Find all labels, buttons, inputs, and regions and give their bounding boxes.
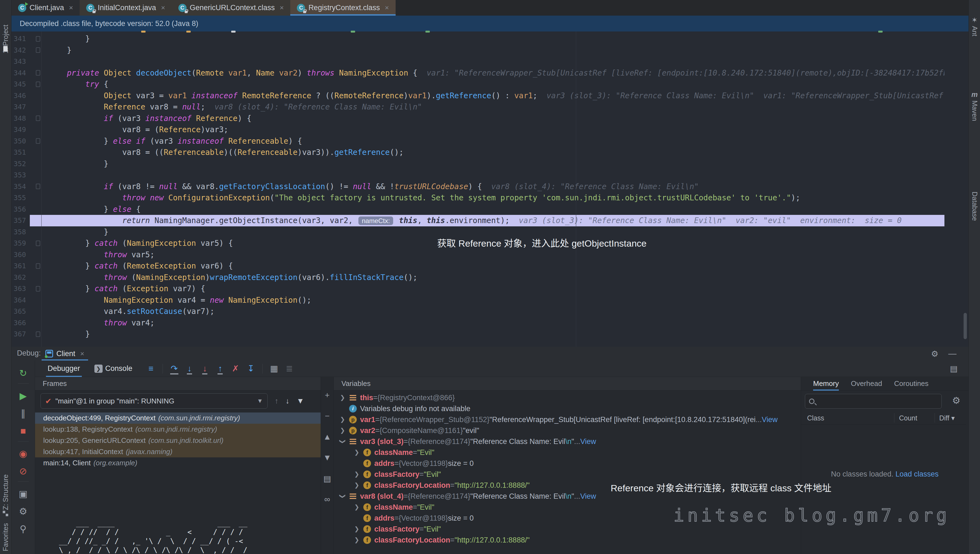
line-number[interactable]: 358 bbox=[11, 226, 30, 238]
editor-tab-GenericURLContext.class[interactable]: CGenericURLContext.class× bbox=[172, 0, 291, 16]
tab-coroutines[interactable]: Coroutines bbox=[894, 377, 929, 391]
expand-chevron-icon[interactable]: ❯ bbox=[337, 394, 347, 401]
collapse-icon[interactable]: − bbox=[325, 411, 330, 432]
run-to-cursor-icon[interactable]: ↧ bbox=[243, 363, 259, 374]
memory-settings-icon[interactable]: ⚙ bbox=[952, 395, 960, 406]
line-number[interactable]: 360 bbox=[11, 249, 30, 261]
expand-chevron-icon[interactable]: ❯ bbox=[337, 416, 347, 423]
settings-icon[interactable]: ⚙ bbox=[11, 503, 35, 520]
code-editor[interactable]: 341 }342 }343344 private Object decodeOb… bbox=[11, 32, 969, 347]
line-number[interactable]: 364 bbox=[11, 295, 30, 306]
expand-chevron-icon[interactable]: ❯ bbox=[352, 471, 362, 478]
line-number[interactable]: 363 bbox=[11, 283, 30, 295]
fold-gutter[interactable] bbox=[30, 33, 46, 45]
line-number[interactable]: 362 bbox=[11, 272, 30, 283]
tab-memory[interactable]: Memory bbox=[813, 377, 839, 391]
ant-tool-button[interactable]: ✶ Ant bbox=[969, 16, 980, 38]
variable-row[interactable]: ❯pvar2 = {CompositeName@1161} "evil" bbox=[334, 425, 801, 436]
favorites-tool-button[interactable]: Favorites bbox=[2, 523, 10, 551]
step-out-icon[interactable]: ↑ bbox=[213, 364, 228, 374]
fold-gutter[interactable] bbox=[30, 135, 46, 147]
layout-settings-icon[interactable]: ▤ bbox=[950, 364, 958, 373]
line-number[interactable]: 361 bbox=[11, 260, 30, 272]
view-link[interactable]: View bbox=[762, 416, 778, 424]
infinity-icon[interactable]: ∞ bbox=[324, 495, 330, 516]
variable-row[interactable]: ❯fclassFactoryLocation = "http://127.0.0… bbox=[334, 535, 801, 546]
debug-session-tab[interactable]: Client × bbox=[41, 347, 88, 360]
line-number[interactable]: 367 bbox=[11, 328, 30, 340]
editor-tab-InitialContext.java[interactable]: CInitialContext.java× bbox=[80, 0, 172, 16]
expand-chevron-icon[interactable]: ❯ bbox=[352, 504, 362, 511]
line-number[interactable]: 343 bbox=[11, 56, 30, 67]
frame-row[interactable]: main:14, Client(org.example) bbox=[35, 457, 321, 469]
view-breakpoints-icon[interactable]: ◉ bbox=[11, 445, 35, 462]
line-number[interactable]: 350 bbox=[11, 135, 30, 147]
tab-console[interactable]: ❯ Console bbox=[93, 360, 134, 377]
step-over-icon[interactable]: ↷ bbox=[167, 363, 182, 374]
prev-frame-icon[interactable]: ↑ bbox=[275, 396, 278, 405]
thread-selector[interactable]: ✔ "main"@1 in group "main": RUNNING ▼ bbox=[40, 393, 267, 409]
scroll-down-icon[interactable]: ▼ bbox=[323, 453, 331, 474]
maven-tool-button[interactable]: m Maven bbox=[969, 90, 980, 122]
hide-frames-filter-icon[interactable]: ▼ bbox=[297, 396, 304, 405]
rerun-icon[interactable]: ↻ bbox=[11, 364, 35, 382]
line-number[interactable]: 346 bbox=[11, 90, 30, 102]
evaluate-expression-icon[interactable]: ▦ bbox=[266, 363, 282, 374]
tab-overhead[interactable]: Overhead bbox=[851, 377, 882, 391]
mute-breakpoints-icon[interactable]: ⊘ bbox=[11, 462, 35, 480]
variable-row[interactable]: ❯fclassFactory = "Evil" bbox=[334, 469, 801, 480]
expand-chevron-icon[interactable]: ❯ bbox=[352, 525, 362, 533]
error-stripe-mark[interactable] bbox=[351, 31, 355, 33]
variable-row[interactable]: iVariables debug info not available bbox=[334, 403, 801, 414]
fold-gutter[interactable] bbox=[30, 283, 46, 295]
line-number[interactable]: 354 bbox=[11, 181, 30, 193]
frame-row[interactable]: lookup:417, InitialContext(javax.naming) bbox=[35, 446, 321, 457]
pause-icon[interactable]: ∥ bbox=[11, 404, 35, 422]
line-number[interactable]: 352 bbox=[11, 158, 30, 170]
line-number[interactable]: 341 bbox=[11, 33, 30, 45]
column-class[interactable]: Class bbox=[807, 414, 824, 422]
close-icon[interactable]: × bbox=[80, 350, 84, 358]
view-link[interactable]: View bbox=[580, 492, 596, 501]
fold-gutter[interactable] bbox=[30, 78, 46, 90]
fold-gutter[interactable] bbox=[30, 328, 46, 340]
variable-row[interactable]: ❯this = {RegistryContext@866} bbox=[334, 392, 801, 403]
trace-settings-icon[interactable]: ≣ bbox=[282, 363, 297, 374]
stop-icon[interactable]: ■ bbox=[11, 422, 35, 439]
fold-gutter[interactable] bbox=[30, 45, 46, 56]
frame-row[interactable]: lookup:205, GenericURLContext(com.sun.jn… bbox=[35, 435, 321, 446]
variable-row[interactable]: ❯fclassName = "Evil" bbox=[334, 447, 801, 458]
pin-icon[interactable]: ⚲ bbox=[11, 520, 35, 538]
fold-gutter[interactable] bbox=[30, 260, 46, 272]
column-count[interactable]: Count bbox=[899, 414, 917, 422]
error-stripe-mark[interactable] bbox=[231, 31, 235, 33]
copy-frames-icon[interactable]: ▤ bbox=[323, 474, 331, 495]
line-number[interactable]: 348 bbox=[11, 113, 30, 124]
line-number[interactable]: 356 bbox=[11, 204, 30, 215]
show-execution-point-icon[interactable]: ≡ bbox=[143, 364, 159, 374]
fold-gutter[interactable] bbox=[30, 237, 46, 249]
column-diff[interactable]: Diff ▾ bbox=[939, 414, 955, 422]
fold-gutter[interactable] bbox=[30, 67, 46, 79]
close-icon[interactable]: × bbox=[161, 3, 165, 12]
error-stripe-mark[interactable] bbox=[878, 31, 883, 33]
line-number[interactable]: 357 bbox=[11, 215, 30, 226]
expand-chevron-icon[interactable]: ❯ bbox=[352, 536, 362, 544]
close-icon[interactable]: × bbox=[385, 3, 389, 12]
line-number[interactable]: 344 bbox=[11, 67, 30, 79]
memory-search[interactable] bbox=[805, 394, 942, 409]
variable-row[interactable]: faddrs = {Vector@1198} size = 0 bbox=[334, 458, 801, 469]
capture-snapshot-icon[interactable]: ▣ bbox=[11, 485, 35, 503]
error-stripe-mark[interactable] bbox=[425, 31, 430, 33]
editor-scrollbar[interactable] bbox=[964, 313, 967, 339]
close-icon[interactable]: × bbox=[69, 3, 73, 12]
line-number[interactable]: 353 bbox=[11, 169, 30, 181]
line-number[interactable]: 366 bbox=[11, 317, 30, 329]
error-stripe-mark[interactable] bbox=[186, 31, 191, 33]
line-number[interactable]: 355 bbox=[11, 192, 30, 204]
structure-tool-button[interactable]: Z: Structure bbox=[2, 474, 10, 510]
add-watch-icon[interactable]: + bbox=[325, 391, 330, 411]
line-number[interactable]: 365 bbox=[11, 306, 30, 317]
fold-gutter[interactable] bbox=[30, 113, 46, 124]
editor-tab-RegistryContext.class[interactable]: CRegistryContext.class× bbox=[290, 0, 395, 16]
